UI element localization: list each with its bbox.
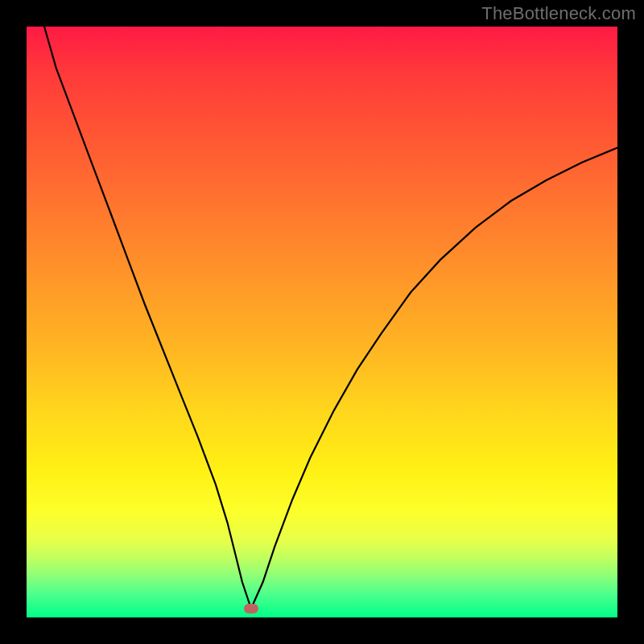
chart-frame: TheBottleneck.com: [0, 0, 644, 644]
plot-area: [27, 27, 617, 617]
curve-layer: [27, 27, 617, 617]
bottleneck-curve: [44, 27, 617, 609]
optimum-marker: [244, 604, 258, 613]
watermark-text: TheBottleneck.com: [481, 3, 636, 24]
